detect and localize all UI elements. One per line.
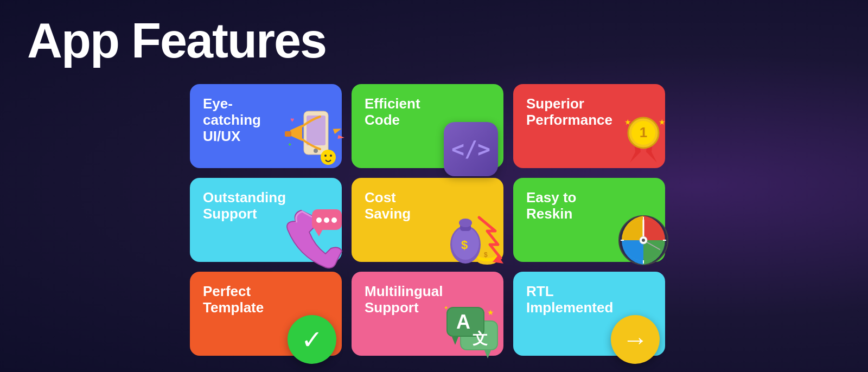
svg-text:♥: ♥ [290, 116, 294, 124]
svg-marker-3 [290, 125, 302, 141]
megaphone-icon: ♥ ★ ✦ [279, 106, 350, 176]
phone-icon [282, 205, 347, 270]
svg-text:✦: ✦ [288, 142, 292, 147]
feature-label: Perfect Template [203, 284, 278, 316]
svg-text:A: A [456, 311, 470, 333]
feature-label: Easy to Reskin [526, 190, 602, 222]
svg-point-22 [316, 217, 322, 223]
svg-point-40 [642, 239, 645, 242]
feature-label: Outstanding Support [203, 190, 278, 222]
svg-point-24 [331, 217, 337, 223]
svg-text:★: ★ [334, 114, 339, 120]
feature-card-outstanding-support: Outstanding Support [190, 178, 342, 262]
feature-card-cost-saving: Cost Saving $ $ [352, 178, 503, 262]
feature-label: Eye-catching UI/UX [203, 96, 278, 145]
svg-marker-47 [484, 350, 491, 358]
svg-text:$: $ [461, 238, 468, 252]
feature-card-superior-performance: Superior Performance 1 ★ ★ [513, 84, 665, 168]
svg-marker-50 [452, 337, 458, 345]
svg-text:★: ★ [659, 118, 666, 126]
svg-marker-12 [337, 135, 344, 140]
feature-card-multilingual-support: Multilingual Support A 文 ★ ✦ [352, 272, 503, 356]
palette-icon [608, 205, 673, 270]
moneybag-icon: $ $ [436, 201, 506, 272]
feature-label: Cost Saving [365, 190, 440, 222]
svg-text:$: $ [484, 251, 488, 259]
svg-point-32 [459, 219, 472, 227]
translate-icon: A 文 ★ ✦ [441, 302, 506, 367]
feature-label: Multilingual Support [365, 284, 440, 316]
feature-card-eye-catching: Eye-catching UI/UX ♥ ★ ✦ [190, 84, 342, 168]
svg-rect-1 [307, 116, 326, 145]
arrow-icon: → [611, 315, 660, 364]
svg-point-5 [321, 150, 336, 165]
svg-marker-21 [315, 229, 323, 236]
svg-point-6 [324, 155, 327, 157]
svg-text:★: ★ [487, 308, 494, 317]
svg-rect-4 [285, 131, 291, 137]
feature-label: Superior Performance [526, 96, 602, 129]
feature-label: RTL Implemented [526, 284, 602, 316]
feature-card-perfect-template: Perfect Template ✓ [190, 272, 342, 356]
feature-card-rtl-implemented: RTL Implemented → [513, 272, 665, 356]
features-grid: Eye-catching UI/UX ♥ ★ ✦ [190, 84, 665, 356]
checkmark-icon: ✓ [288, 315, 336, 364]
svg-text:1: 1 [640, 124, 647, 140]
feature-card-easy-to-reskin: Easy to Reskin [513, 178, 665, 262]
code-icon: </> [444, 122, 498, 176]
svg-point-23 [324, 217, 329, 223]
svg-text:✦: ✦ [444, 305, 448, 311]
svg-point-7 [330, 155, 332, 157]
svg-text:文: 文 [473, 330, 488, 347]
page-title: App Features [27, 16, 326, 65]
feature-label: Efficient Code [365, 96, 440, 129]
svg-text:★: ★ [624, 118, 631, 126]
medal-icon: 1 ★ ★ [611, 114, 676, 179]
feature-card-efficient-code: Efficient Code </> [352, 84, 503, 168]
svg-marker-11 [333, 126, 343, 134]
